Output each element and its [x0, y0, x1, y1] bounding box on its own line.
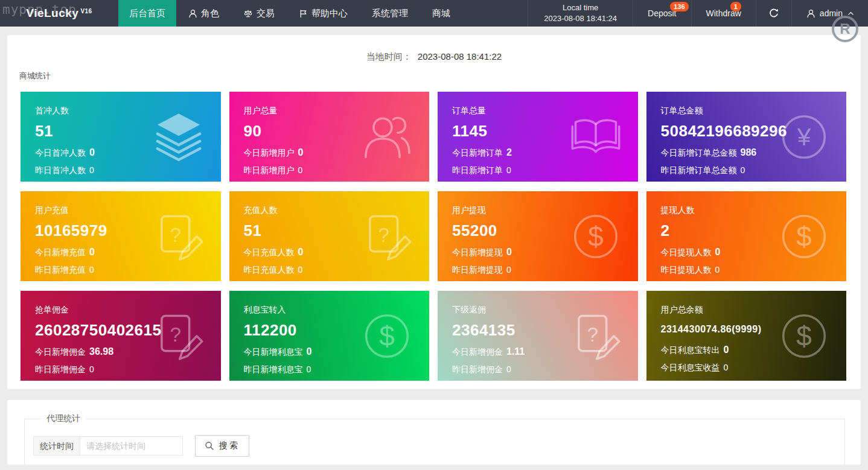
card-yesterday-label: 昨日首冲人数	[35, 165, 86, 175]
card-today-value: 0	[724, 345, 729, 355]
flag-icon	[299, 9, 308, 18]
card-yesterday-label: 昨日新增用户	[244, 165, 295, 175]
card-value: 90	[244, 122, 415, 141]
nav-item-help-center[interactable]: 帮助中心	[287, 0, 360, 27]
username-label: admin	[820, 8, 843, 18]
stat-card-interest-treasure-in: 利息宝转入 112200 今日新增利息宝0 昨日新增利息宝0 $	[229, 291, 430, 381]
card-title: 首冲人数	[35, 106, 206, 116]
card-title: 订单总金额	[661, 106, 832, 116]
scales-icon	[243, 9, 253, 18]
card-yesterday-value: 0	[715, 265, 720, 275]
nav-item-label: 后台首页	[129, 8, 165, 19]
card-title: 利息宝转入	[244, 305, 415, 316]
card-yesterday-value: 0	[506, 364, 511, 374]
nav-item-dashboard[interactable]: 后台首页	[118, 0, 176, 27]
card-value: 51	[35, 122, 206, 141]
card-yesterday-label: 昨日新增订单总金额	[661, 165, 737, 175]
search-button[interactable]: 搜索	[195, 435, 249, 457]
navbar-right: Local time 2023-08-08 18:41:24 Deposit 1…	[528, 0, 868, 27]
local-time-display: Local time 2023-08-08 18:41:24	[528, 0, 633, 27]
stat-card-user-total-balance: 用户总余额 2314430074.86(9999) 今日利息宝转出0 今日利息宝…	[646, 291, 847, 381]
card-today-label: 今日新增充值	[35, 247, 86, 257]
stat-time-label: 统计时间	[33, 436, 80, 456]
card-today-label: 今日新增订单	[452, 148, 503, 157]
card-today-label: 今日新增佣金	[452, 347, 503, 357]
local-time-row: 当地时间：2023-08-08 18:41:22	[7, 35, 861, 63]
deposit-badge: 136	[670, 2, 688, 11]
card-yesterday-label: 昨日充值人数	[244, 265, 295, 275]
card-yesterday-value: 0	[298, 165, 303, 175]
agent-stats-fieldset: 代理统计 统计时间 搜索	[24, 413, 845, 465]
nav-item-label: 商城	[432, 8, 450, 19]
card-today-value: 0	[89, 147, 95, 157]
card-title: 用户总量	[244, 106, 415, 116]
card-yesterday-value: 0	[89, 364, 94, 374]
card-value: 26028750402615	[35, 321, 206, 340]
card-today-value: 36.98	[89, 346, 113, 357]
card-title: 用户总余额	[661, 305, 832, 316]
chevron-up-icon	[847, 10, 855, 17]
card-yesterday-value: 0	[89, 265, 94, 275]
card-yesterday-label: 昨日新增订单	[452, 165, 503, 175]
card-yesterday-value: 0	[89, 165, 94, 175]
withdraw-button[interactable]: Withdraw 1	[691, 0, 756, 27]
nav-item-mall[interactable]: 商城	[420, 0, 462, 27]
stat-card-first-deposit-users: 首冲人数 51 今日首冲人数0 昨日首冲人数0	[21, 92, 221, 182]
brand-logo: VieLucky V16	[0, 0, 118, 27]
main-nav: 后台首页 角色 交易	[118, 0, 462, 27]
stat-card-order-commission: 抢单佣金 26028750402615 今日新增佣金36.98 昨日新增佣金0 …	[21, 291, 221, 381]
stat-card-total-users: 用户总量 90 今日新增用户0 昨日新增用户0	[229, 92, 430, 182]
nav-item-system-management[interactable]: 系统管理	[360, 0, 420, 27]
card-title: 提现人数	[661, 205, 832, 216]
agent-stats-panel: 代理统计 统计时间 搜索	[7, 400, 861, 465]
card-today-label: 今日新增用户	[244, 148, 295, 157]
card-yesterday-label: 今日利息宝收益	[661, 363, 720, 372]
card-today-value: 0	[307, 346, 312, 357]
card-today-value: 0	[506, 247, 512, 257]
stat-card-grid: 首冲人数 51 今日首冲人数0 昨日首冲人数0 用户总量 90 今日新增用户0 …	[21, 92, 846, 381]
card-yesterday-label: 昨日新增佣金	[452, 364, 503, 374]
card-today-value: 0	[298, 147, 304, 157]
card-value: 2364135	[452, 321, 624, 340]
refresh-icon	[768, 8, 779, 19]
card-value: 10165979	[35, 221, 206, 240]
stat-card-total-order-amount: 订单总金额 50842196689296 今日新增订单总金额986 昨日新增订单…	[646, 92, 847, 182]
card-today-label: 今日充值人数	[244, 247, 295, 257]
nav-item-roles[interactable]: 角色	[176, 0, 231, 27]
card-yesterday-value: 0	[307, 364, 311, 374]
stats-panel: 当地时间：2023-08-08 18:41:22 商城统计 首冲人数 51 今日…	[7, 35, 861, 389]
card-value: 50842196689296	[661, 122, 832, 141]
nav-item-label: 角色	[201, 8, 219, 19]
card-yesterday-value: 0	[506, 165, 511, 175]
card-today-label: 今日提现人数	[661, 247, 712, 257]
card-title: 充值人数	[244, 205, 415, 216]
card-yesterday-value: 0	[724, 363, 729, 372]
nav-item-trade[interactable]: 交易	[231, 0, 287, 27]
stat-card-subordinate-rebate: 下级返佣 2364135 今日新增佣金1.11 昨日新增佣金0 ?	[438, 291, 638, 381]
stat-time-input[interactable]	[80, 436, 183, 456]
refresh-button[interactable]	[756, 0, 791, 27]
card-value: 2314430074.86(9999)	[661, 324, 832, 338]
card-title: 抢单佣金	[35, 305, 206, 316]
nav-item-label: 帮助中心	[311, 8, 348, 19]
deposit-button[interactable]: Deposit 136	[633, 0, 691, 27]
agent-stats-form: 统计时间 搜索	[33, 435, 836, 457]
card-value: 1145	[452, 122, 624, 141]
card-today-label: 今日新增提现	[452, 247, 503, 257]
user-icon	[188, 9, 197, 18]
brand-version: V16	[80, 8, 92, 14]
agent-stats-legend: 代理统计	[40, 413, 86, 424]
user-menu[interactable]: admin	[791, 0, 868, 27]
card-today-value: 0	[298, 247, 304, 257]
card-yesterday-label: 昨日新增利息宝	[244, 364, 303, 374]
stat-card-total-orders: 订单总量 1145 今日新增订单2 昨日新增订单0	[438, 92, 638, 182]
local-time-value: 2023-08-08 18:41:24	[544, 13, 617, 24]
search-icon	[205, 441, 214, 451]
card-value: 51	[244, 221, 415, 240]
stat-card-recharge-users: 充值人数 51 今日充值人数0 昨日充值人数0 ?	[229, 191, 430, 281]
stat-card-withdrawal-users: 提现人数 2 今日提现人数0 昨日提现人数0 $	[646, 191, 847, 281]
card-today-label: 今日新增佣金	[35, 347, 86, 357]
section-title-mall-stats: 商城统计	[19, 71, 861, 81]
card-yesterday-value: 0	[298, 265, 303, 275]
card-today-value: 2	[506, 147, 512, 157]
